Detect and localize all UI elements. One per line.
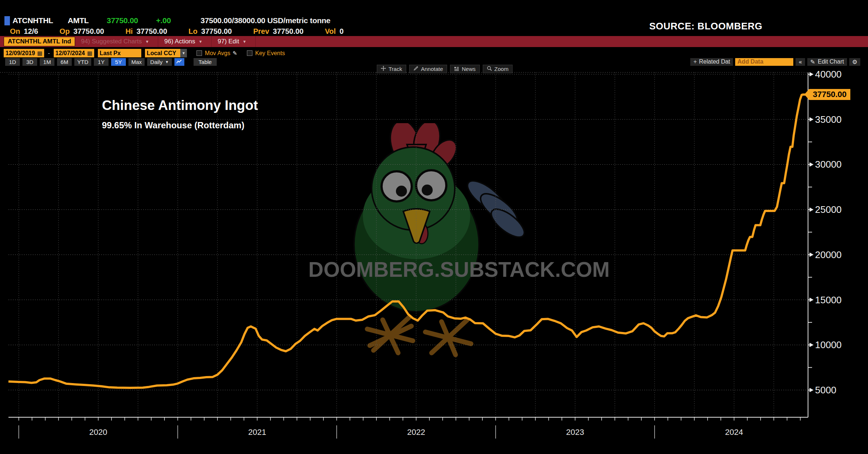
y-axis-label: 15000: [815, 294, 863, 306]
y-axis-label: 30000: [815, 159, 863, 170]
zoom-icon: [487, 66, 492, 72]
last-price-tag: 37750.00: [809, 89, 850, 100]
y-axis-label: 5000: [815, 385, 863, 396]
zoom-button[interactable]: Zoom: [483, 65, 513, 73]
y-axis-label: 10000: [815, 339, 863, 351]
price-line-series: [8, 94, 806, 388]
x-axis-year-label: 2021: [231, 428, 283, 437]
x-axis-year-label: 2022: [390, 428, 442, 437]
chart-title: Chinese Antimony Ingot: [102, 98, 258, 113]
news-button[interactable]: News: [450, 65, 480, 73]
chart-toolbar: TrackAnnotateNewsZoom: [377, 65, 513, 73]
chart-subtitle: 99.65% In Warehouse (Rotterdam): [102, 120, 244, 131]
y-axis-label: 35000: [815, 114, 863, 125]
annotate-icon: [413, 66, 418, 72]
y-axis-label: 20000: [815, 249, 863, 261]
last-price-tag-value: 37750.00: [813, 90, 847, 99]
track-icon: [381, 66, 386, 72]
track-button[interactable]: Track: [377, 65, 406, 73]
news-icon: [454, 66, 459, 72]
bloomberg-terminal-window: ATCNHTHL AMTL 37750.00 +.00 37500.00/380…: [0, 0, 868, 454]
x-axis-year-label: 2023: [549, 428, 601, 437]
x-axis-year-label: 2024: [708, 428, 760, 437]
y-axis-label: 25000: [815, 204, 863, 215]
y-axis-label: 40000: [815, 69, 863, 80]
annotate-button[interactable]: Annotate: [409, 65, 447, 73]
x-axis-year-label: 2020: [72, 428, 124, 437]
